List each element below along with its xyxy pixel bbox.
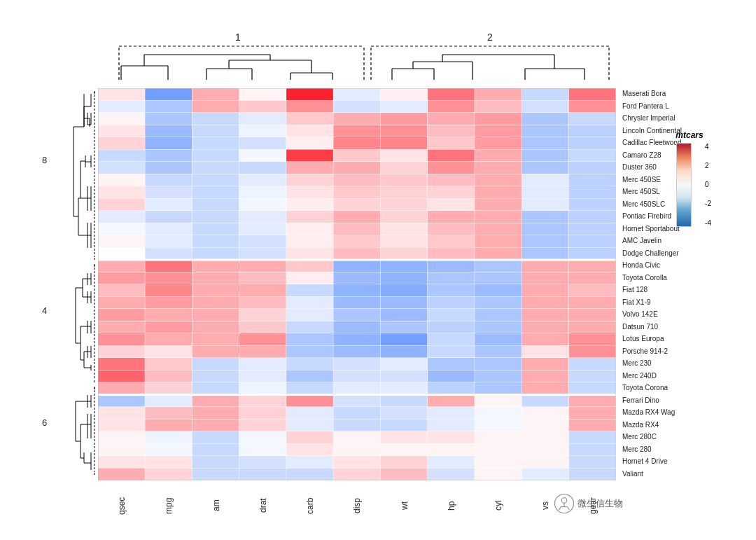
svg-rect-221 [145,198,192,210]
svg-rect-455 [286,456,333,468]
svg-rect-144 [145,113,192,125]
svg-rect-179 [239,149,286,161]
svg-rect-248 [381,223,428,235]
svg-rect-148 [333,113,380,125]
svg-rect-265 [145,247,192,259]
svg-rect-305 [475,284,522,296]
svg-rect-350 [522,333,568,345]
svg-rect-222 [192,198,239,210]
svg-rect-367 [286,358,333,370]
svg-rect-298 [145,284,192,296]
svg-rect-239 [475,211,522,223]
svg-rect-451 [98,456,145,468]
svg-rect-360 [475,345,522,357]
svg-rect-251 [522,223,568,235]
svg-rect-276 [145,260,192,272]
svg-rect-464 [192,468,239,480]
svg-rect-228 [475,198,522,210]
row-label: Hornet 4 Drive [620,456,718,469]
svg-rect-397 [145,394,192,406]
svg-rect-384 [569,370,616,382]
svg-rect-210 [145,186,192,198]
svg-rect-440 [98,443,145,455]
svg-rect-282 [428,260,475,272]
col-label: cyl [475,485,522,527]
svg-rect-160 [381,125,428,137]
svg-rect-126 [333,88,380,100]
svg-rect-413 [381,407,428,419]
row-label: Merc 280 [620,443,718,456]
svg-rect-430 [145,431,192,443]
svg-rect-321 [192,309,239,321]
svg-rect-392 [428,382,475,394]
svg-rect-270 [381,247,428,259]
col-label: drat [239,485,286,527]
svg-rect-209 [98,186,145,198]
svg-rect-326 [428,309,475,321]
svg-rect-174 [522,137,568,149]
svg-rect-217 [475,186,522,198]
chart-container: 1 2 [0,0,756,540]
svg-rect-234 [239,211,286,223]
svg-rect-134 [192,100,239,112]
svg-rect-198 [98,174,145,186]
svg-rect-211 [192,186,239,198]
svg-rect-344 [239,333,286,345]
svg-rect-466 [286,468,333,480]
svg-rect-299 [192,284,239,296]
col-label: disp [333,485,380,527]
svg-rect-300 [239,284,286,296]
svg-rect-280 [333,260,380,272]
svg-rect-165 [98,137,145,149]
svg-rect-323 [286,309,333,321]
svg-rect-425 [428,419,475,431]
legend-tick-n4: -4 [705,219,711,227]
svg-rect-382 [475,370,522,382]
svg-rect-352 [98,345,145,357]
svg-rect-286 [98,272,145,284]
svg-rect-343 [192,333,239,345]
svg-rect-453 [192,456,239,468]
svg-rect-164 [569,125,616,137]
svg-rect-242 [98,223,145,235]
svg-rect-452 [145,456,192,468]
svg-rect-336 [381,321,428,333]
svg-rect-471 [522,468,568,480]
svg-rect-460 [522,456,568,468]
svg-rect-431 [192,431,239,443]
svg-rect-253 [98,235,145,247]
svg-rect-396 [98,394,145,406]
row-label: Merc 240D [620,370,718,382]
svg-rect-312 [286,296,333,308]
svg-rect-368 [333,358,380,370]
svg-rect-184 [475,149,522,161]
svg-rect-385 [98,382,145,394]
svg-rect-469 [428,468,475,480]
svg-rect-322 [239,309,286,321]
svg-rect-328 [522,309,568,321]
svg-rect-279 [286,260,333,272]
svg-rect-340 [569,321,616,333]
svg-rect-145 [192,113,239,125]
svg-rect-429 [98,431,145,443]
svg-rect-468 [381,468,428,480]
svg-rect-387 [192,382,239,394]
svg-rect-254 [145,235,192,247]
svg-rect-200 [192,174,239,186]
svg-rect-212 [239,186,286,198]
svg-rect-398 [192,394,239,406]
svg-rect-180 [286,149,333,161]
svg-point-477 [561,497,567,503]
svg-rect-235 [286,211,333,223]
svg-rect-173 [475,137,522,149]
svg-rect-333 [239,321,286,333]
svg-rect-291 [333,272,380,284]
row-label: Valiant [620,468,718,480]
svg-rect-428 [569,419,616,431]
svg-rect-456 [333,456,380,468]
row-label: Ferrari Dino [620,394,718,407]
svg-rect-293 [428,272,475,284]
svg-rect-433 [286,431,333,443]
svg-rect-438 [522,431,568,443]
svg-rect-215 [381,186,428,198]
